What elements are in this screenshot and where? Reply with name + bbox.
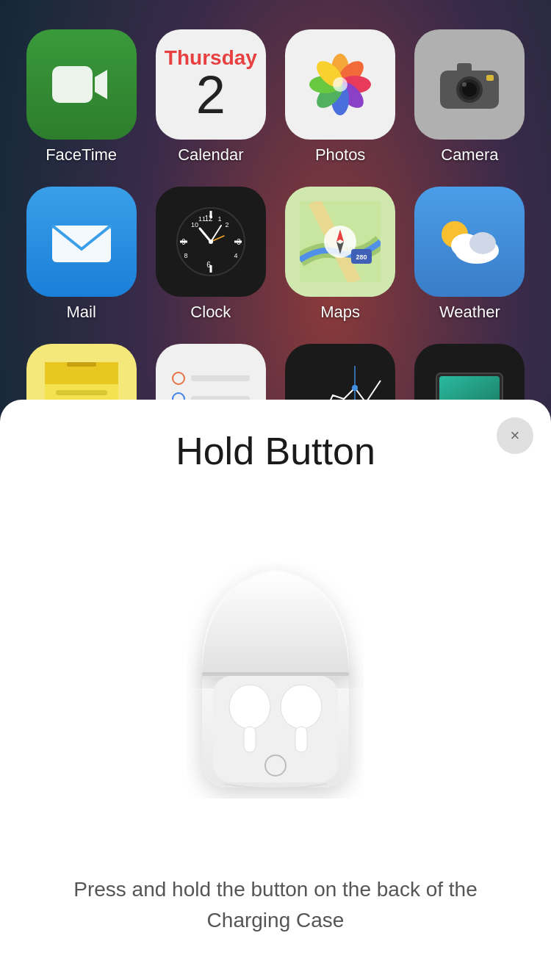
- svg-point-65: [229, 685, 270, 729]
- svg-rect-53: [67, 362, 96, 367]
- maps-svg: 280: [300, 201, 381, 282]
- svg-rect-12: [457, 63, 472, 73]
- calendar-label: Calendar: [178, 145, 243, 165]
- app-item-mail[interactable]: Mail: [22, 187, 140, 322]
- close-button[interactable]: ×: [497, 417, 533, 454]
- svg-point-16: [462, 82, 467, 87]
- camera-icon: [414, 29, 525, 140]
- calendar-content: Thursday 2: [156, 29, 266, 140]
- svg-point-56: [352, 385, 358, 391]
- app-item-maps[interactable]: 280 Maps: [281, 187, 400, 322]
- facetime-svg: [48, 59, 115, 110]
- calendar-icon: Thursday 2: [156, 29, 266, 140]
- weather-label: Weather: [439, 303, 500, 322]
- airpods-container: [22, 488, 529, 874]
- svg-text:4: 4: [234, 252, 237, 259]
- app-item-camera[interactable]: Camera: [411, 29, 529, 165]
- mail-svg: [48, 218, 115, 266]
- bottom-sheet: × Hold Button: [0, 400, 551, 980]
- svg-rect-66: [244, 727, 256, 752]
- close-icon: ×: [511, 426, 520, 445]
- sheet-description: Press and hold the button on the back of…: [22, 874, 529, 936]
- app-item-calendar[interactable]: Thursday 2 Calendar: [151, 29, 270, 165]
- reminder-dot-1: [172, 372, 185, 385]
- svg-point-47: [469, 232, 496, 254]
- svg-text:280: 280: [356, 253, 367, 261]
- app-item-photos[interactable]: Photos: [281, 29, 400, 165]
- svg-text:8: 8: [184, 252, 187, 259]
- clock-svg: 12 6 3 9 2 4 10 8 1 11: [174, 205, 248, 278]
- svg-point-10: [333, 77, 347, 92]
- svg-rect-17: [486, 75, 494, 81]
- maps-label: Maps: [320, 303, 360, 322]
- weather-svg: [433, 212, 506, 271]
- svg-rect-64: [213, 676, 338, 782]
- svg-text:10: 10: [191, 221, 198, 228]
- airpods-case-illustration: [173, 563, 378, 799]
- facetime-label: FaceTime: [46, 145, 117, 165]
- svg-rect-0: [52, 66, 93, 103]
- photos-svg: [303, 48, 377, 121]
- photos-label: Photos: [315, 145, 366, 165]
- clock-icon: 12 6 3 9 2 4 10 8 1 11: [156, 187, 266, 297]
- svg-rect-49: [56, 390, 107, 395]
- camera-label: Camera: [441, 145, 498, 165]
- reminder-line-1: [191, 375, 250, 381]
- svg-rect-68: [295, 727, 307, 752]
- photos-icon: [285, 29, 395, 140]
- camera-svg: [436, 57, 503, 112]
- sheet-title: Hold Button: [176, 429, 375, 473]
- app-item-facetime[interactable]: FaceTime: [22, 29, 140, 165]
- svg-marker-1: [95, 70, 107, 99]
- svg-text:3: 3: [237, 238, 241, 246]
- svg-text:12: 12: [204, 215, 213, 223]
- svg-text:1: 1: [217, 215, 221, 223]
- svg-rect-63: [202, 672, 349, 676]
- clock-label: Clock: [190, 303, 231, 322]
- app-item-weather[interactable]: Weather: [411, 187, 529, 322]
- facetime-icon: [26, 29, 137, 140]
- svg-text:11: 11: [198, 215, 206, 223]
- svg-point-67: [281, 685, 322, 729]
- svg-text:9: 9: [181, 238, 186, 246]
- mail-label: Mail: [66, 303, 96, 322]
- maps-icon: 280: [285, 187, 395, 297]
- svg-point-37: [209, 239, 213, 244]
- calendar-date: 2: [196, 68, 226, 121]
- weather-icon: [414, 187, 525, 297]
- reminder-row-1: [163, 372, 259, 385]
- mail-icon: [26, 187, 137, 297]
- svg-text:6: 6: [206, 261, 211, 269]
- app-item-clock[interactable]: 12 6 3 9 2 4 10 8 1 11 Clock: [151, 187, 270, 322]
- svg-text:2: 2: [225, 221, 228, 228]
